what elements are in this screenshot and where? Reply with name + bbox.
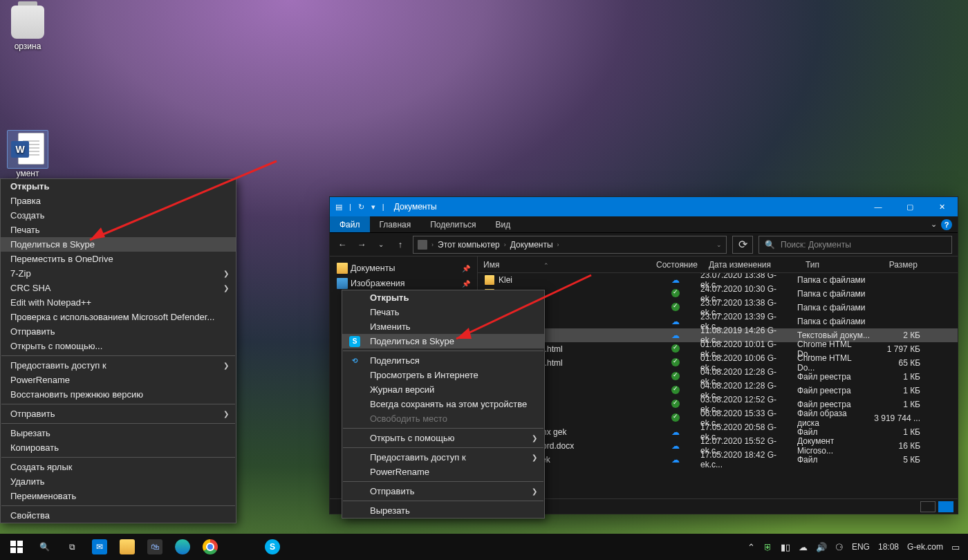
file-size: 2 КБ: [871, 330, 920, 340]
taskbar-skype[interactable]: S: [259, 534, 286, 560]
ctx-open[interactable]: Открыть: [1, 179, 236, 194]
tray-language[interactable]: ENG: [852, 542, 870, 552]
ctx-edit[interactable]: Правка: [1, 194, 236, 208]
ribbon-expand-icon[interactable]: ⌄: [931, 220, 937, 229]
search-button[interactable]: 🔍: [30, 534, 58, 560]
ctx-print[interactable]: Печать: [1, 223, 236, 237]
file-date: 17.05.2020 18:42 G-ek.c...: [700, 450, 797, 469]
nav-up-button[interactable]: ↑: [393, 239, 407, 250]
tray-security-icon[interactable]: ⛨: [763, 542, 772, 552]
col-date[interactable]: Дата изменения: [703, 260, 800, 270]
taskbar-mail[interactable]: ✉: [86, 534, 113, 560]
taskbar-edge[interactable]: [169, 534, 196, 560]
tab-file[interactable]: Файл: [330, 216, 370, 232]
tray-battery-icon[interactable]: ▮▯: [781, 542, 790, 552]
view-details-button[interactable]: [920, 501, 936, 512]
ctx-7zip[interactable]: 7-Zip❯: [1, 266, 236, 281]
nav-documents[interactable]: Документы 📌: [330, 261, 477, 276]
search-box[interactable]: 🔍 Поиск: Документы: [758, 236, 952, 254]
tab-home[interactable]: Главная: [370, 216, 421, 232]
tray-time[interactable]: 18:08: [878, 542, 899, 552]
nav-forward-button[interactable]: →: [355, 239, 369, 250]
breadcrumb[interactable]: › Этот компьютер › Документы › ⌄: [413, 236, 727, 254]
ectx-version-history[interactable]: Журнал версий: [342, 382, 544, 397]
file-type: Документ Microso...: [797, 436, 871, 456]
ctx-properties[interactable]: Свойства: [1, 508, 236, 523]
col-type[interactable]: Тип: [800, 260, 873, 270]
tray-network-icon[interactable]: ⚆: [835, 542, 844, 552]
ctx-open-with[interactable]: Открыть с помощью...: [1, 339, 236, 353]
maximize-button[interactable]: ▢: [894, 197, 926, 216]
ectx-always-keep[interactable]: Всегда сохранять на этом устройстве: [342, 397, 544, 411]
tray-chevron-icon[interactable]: ⌃: [747, 542, 755, 552]
file-type: Файл образа диска: [797, 409, 871, 428]
ctx-send-to[interactable]: Отправить❯: [1, 407, 236, 421]
ectx-send-to[interactable]: Отправить❯: [342, 484, 544, 498]
ctx-send[interactable]: Отправить: [1, 324, 236, 339]
taskbar-explorer[interactable]: [113, 534, 141, 560]
ctx-cut[interactable]: Вырезать: [1, 426, 236, 440]
nav-history-button[interactable]: ⌄: [374, 241, 388, 248]
minimize-button[interactable]: —: [862, 197, 894, 216]
ctx-defender[interactable]: Проверка с использованием Microsoft Defe…: [1, 310, 236, 324]
ctx-delete[interactable]: Удалить: [1, 474, 236, 489]
window-title: Документы: [394, 202, 437, 212]
ectx-open[interactable]: Открыть: [342, 290, 544, 305]
qat-divider2: |: [382, 203, 384, 211]
nav-pictures[interactable]: Изображения 📌: [330, 276, 477, 291]
file-state: [651, 289, 700, 299]
ctx-crc-sha[interactable]: CRC SHA❯: [1, 281, 236, 295]
file-state: [651, 358, 700, 368]
desktop-word-document[interactable]: W умент: [1, 133, 54, 178]
close-button[interactable]: ✕: [926, 197, 958, 216]
col-state[interactable]: Состояние: [651, 260, 703, 270]
tab-view[interactable]: Вид: [485, 216, 520, 232]
view-list-button[interactable]: [938, 501, 953, 512]
ctx-create[interactable]: Создать: [1, 208, 236, 223]
breadcrumb-pc[interactable]: Этот компьютер: [438, 240, 500, 250]
file-size: 5 КБ: [871, 455, 920, 465]
ectx-change[interactable]: Изменить: [342, 319, 544, 334]
refresh-button[interactable]: ⟳: [732, 236, 753, 254]
start-button[interactable]: [3, 534, 30, 560]
tray-onedrive-icon[interactable]: ☁: [799, 542, 808, 552]
ctx-share-skype[interactable]: Поделиться в Skype: [1, 237, 236, 252]
nav-back-button[interactable]: ←: [335, 239, 349, 250]
breadcrumb-docs[interactable]: Документы: [510, 240, 553, 250]
ctx-move-onedrive[interactable]: Переместить в OneDrive: [1, 252, 236, 266]
ectx-cut[interactable]: Вырезать: [342, 503, 544, 518]
mail-icon: ✉: [92, 539, 107, 554]
qat-dropdown-icon[interactable]: ▾: [371, 203, 375, 212]
taskbar-store[interactable]: 🛍: [141, 534, 169, 560]
ctx-create-shortcut[interactable]: Создать ярлык: [1, 460, 236, 474]
ctx-grant-access[interactable]: Предоставить доступ к❯: [1, 358, 236, 373]
ectx-print[interactable]: Печать: [342, 305, 544, 319]
breadcrumb-dropdown-icon[interactable]: ⌄: [716, 241, 722, 248]
taskbar-chrome[interactable]: [196, 534, 224, 560]
tray-volume-icon[interactable]: 🔊: [816, 542, 827, 552]
ectx-share-skype[interactable]: SПоделиться в Skype: [342, 334, 544, 348]
ectx-view-online[interactable]: Просмотреть в Интернете: [342, 368, 544, 382]
tab-share[interactable]: Поделиться: [420, 216, 485, 232]
qat-undo-icon[interactable]: ↻: [358, 203, 364, 212]
ectx-open-with[interactable]: Открыть с помощью❯: [342, 431, 544, 445]
desktop-recycle-bin[interactable]: орзина: [1, 6, 54, 51]
ectx-grant-access[interactable]: Предоставить доступ к❯: [342, 450, 544, 465]
col-name[interactable]: Имя ⌃: [478, 260, 651, 270]
ctx-powerrename[interactable]: PowerRename: [1, 373, 236, 387]
file-row[interactable]: ция nginx gek☁17.05.2020 18:42 G-ek.c...…: [478, 453, 958, 467]
file-type: Файл реестра: [797, 372, 871, 382]
ctx-rename[interactable]: Переименовать: [1, 489, 236, 503]
col-size[interactable]: Размер: [873, 260, 923, 270]
folder-icon: [485, 275, 494, 285]
ctx-notepadpp[interactable]: Edit with Notepad++: [1, 295, 236, 310]
tray-notifications-icon[interactable]: ▭: [951, 542, 960, 552]
ctx-restore-previous[interactable]: Восстановить прежнюю версию: [1, 387, 236, 402]
task-view-button[interactable]: ⧉: [58, 534, 86, 560]
ectx-powerrename[interactable]: PowerRename: [342, 465, 544, 479]
ectx-share[interactable]: ⟲Поделиться: [342, 353, 544, 368]
help-icon[interactable]: ?: [941, 219, 952, 230]
ctx-copy[interactable]: Копировать: [1, 440, 236, 455]
explorer-titlebar[interactable]: ▤ | ↻ ▾ | Документы — ▢ ✕: [330, 197, 958, 216]
file-type: Папка с файлами: [797, 275, 871, 285]
